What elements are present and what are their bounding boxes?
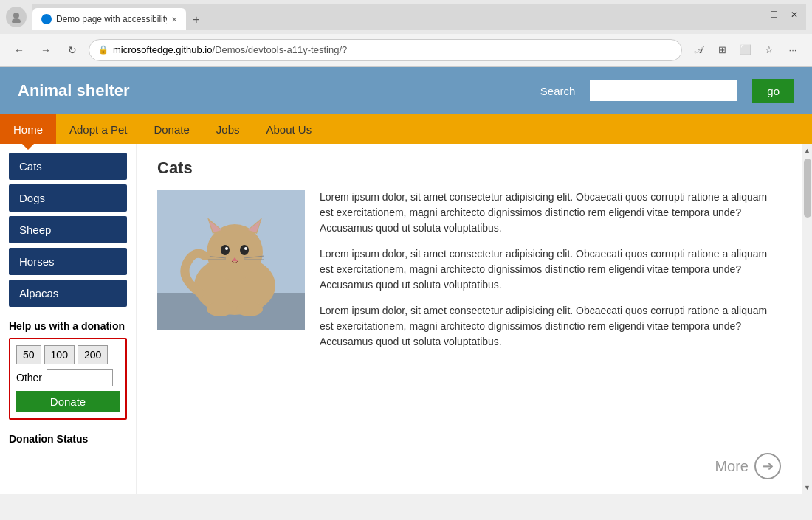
- tab-favicon: [41, 14, 52, 24]
- maximize-button[interactable]: ☐: [768, 9, 780, 21]
- refresh-button[interactable]: ↻: [62, 40, 83, 60]
- cat-image: [157, 190, 305, 330]
- minimize-button[interactable]: —: [747, 9, 759, 21]
- site-header: Animal shelter Search go: [0, 67, 812, 114]
- paragraph-2: Lorem ipsum dolor, sit amet consectetur …: [320, 246, 781, 293]
- donation-status-title: Donation Status: [9, 433, 127, 445]
- page-title: Cats: [157, 159, 781, 178]
- paragraph-3: Lorem ipsum dolor, sit amet consectetur …: [320, 303, 781, 350]
- tab-title: Demo page with accessibility issu: [56, 14, 167, 24]
- other-amount-row: Other: [16, 369, 120, 386]
- other-amount-input[interactable]: [47, 369, 113, 386]
- svg-point-19: [207, 302, 233, 316]
- scroll-down-arrow[interactable]: ▼: [802, 481, 813, 494]
- favorites-button[interactable]: ☆: [759, 40, 780, 60]
- browser-tab[interactable]: Demo page with accessibility issu ✕: [32, 8, 186, 30]
- svg-point-10: [221, 245, 230, 255]
- scroll-track[interactable]: [802, 157, 812, 481]
- forward-button[interactable]: →: [35, 40, 56, 60]
- site-title: Animal shelter: [18, 81, 526, 100]
- content-paragraphs: Lorem ipsum dolor, sit amet consectetur …: [320, 190, 781, 360]
- lock-icon: 🔒: [98, 45, 109, 55]
- content-body: Lorem ipsum dolor, sit amet consectetur …: [157, 190, 781, 360]
- profile-icon[interactable]: [6, 7, 27, 27]
- sidebar: Cats Dogs Sheep Horses Alpacas Help us w…: [0, 144, 137, 494]
- svg-point-13: [244, 247, 247, 250]
- paragraph-1: Lorem ipsum dolor, sit amet consectetur …: [320, 190, 781, 236]
- more-label: More: [715, 458, 749, 475]
- screen-capture-button[interactable]: ⬜: [735, 40, 756, 60]
- page-content: Animal shelter Search go Home Adopt a Pe…: [0, 67, 812, 494]
- immersive-reader-button[interactable]: ⊞: [712, 40, 732, 60]
- address-bar[interactable]: 🔒 microsoftedge.github.io/Demos/devtools…: [89, 39, 682, 61]
- sidebar-item-sheep[interactable]: Sheep: [9, 216, 127, 243]
- donation-amount-100[interactable]: 100: [44, 345, 75, 364]
- more-link[interactable]: More ➔: [715, 453, 781, 479]
- search-label: Search: [540, 85, 576, 97]
- donation-status-section: Donation Status: [9, 433, 127, 445]
- svg-point-1: [12, 18, 21, 23]
- more-options-button[interactable]: ···: [782, 40, 803, 60]
- donation-amount-50[interactable]: 50: [16, 345, 41, 364]
- back-button[interactable]: ←: [9, 40, 30, 60]
- donation-title: Help us with a donation: [9, 320, 127, 332]
- cat-svg: [157, 190, 305, 330]
- nav-item-donate[interactable]: Donate: [140, 114, 202, 144]
- close-button[interactable]: ✕: [788, 9, 800, 21]
- main-content: Cats: [137, 144, 802, 494]
- sidebar-item-cats[interactable]: Cats: [9, 153, 127, 180]
- sidebar-item-dogs[interactable]: Dogs: [9, 184, 127, 212]
- nav-item-adopt[interactable]: Adopt a Pet: [56, 114, 140, 144]
- more-arrow-icon: ➔: [754, 453, 781, 479]
- other-label: Other: [16, 372, 42, 384]
- scroll-thumb[interactable]: [804, 159, 811, 218]
- new-tab-button[interactable]: +: [186, 10, 207, 30]
- sidebar-item-alpacas[interactable]: Alpacas: [9, 280, 127, 307]
- scroll-up-arrow[interactable]: ▲: [802, 144, 813, 157]
- svg-point-20: [236, 302, 263, 316]
- tab-close-btn[interactable]: ✕: [171, 15, 177, 24]
- donation-box: 50 100 200 Other Donate: [9, 338, 127, 420]
- search-input[interactable]: [590, 80, 737, 101]
- donation-section: Help us with a donation 50 100 200 Other…: [9, 320, 127, 420]
- donation-amounts: 50 100 200: [16, 345, 120, 364]
- nav-item-home[interactable]: Home: [0, 114, 56, 144]
- donation-amount-200[interactable]: 200: [78, 345, 108, 364]
- read-aloud-button[interactable]: 𝒜: [688, 40, 709, 60]
- search-button[interactable]: go: [752, 79, 794, 103]
- main-layout: Cats Dogs Sheep Horses Alpacas Help us w…: [0, 144, 812, 494]
- scrollbar[interactable]: ▲ ▼: [802, 144, 812, 494]
- nav-item-jobs[interactable]: Jobs: [203, 114, 253, 144]
- site-nav: Home Adopt a Pet Donate Jobs About Us: [0, 114, 812, 144]
- url-text: microsoftedge.github.io/Demos/devtools-a…: [113, 44, 347, 55]
- donate-button[interactable]: Donate: [16, 391, 120, 412]
- svg-point-0: [13, 13, 19, 18]
- svg-point-11: [240, 245, 249, 255]
- nav-item-about[interactable]: About Us: [252, 114, 325, 144]
- sidebar-item-horses[interactable]: Horses: [9, 248, 127, 275]
- svg-point-12: [225, 247, 228, 250]
